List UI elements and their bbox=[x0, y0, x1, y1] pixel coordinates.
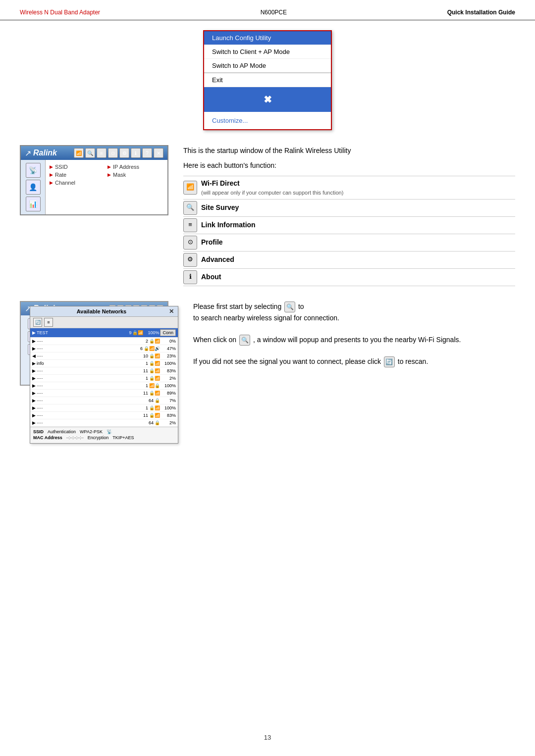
main-content: Launch Config Utility Switch to Client +… bbox=[0, 20, 535, 468]
net-signal-11: 83% bbox=[161, 413, 176, 418]
toolbar-btn-disc[interactable]: ⊙ bbox=[108, 148, 118, 158]
desc-select-to-word: to bbox=[298, 302, 304, 310]
context-menu-item-exit[interactable]: Exit bbox=[204, 73, 331, 87]
btn-icon-link-info: ≡ bbox=[183, 218, 197, 232]
field-arrow-ip: ▶ bbox=[107, 164, 111, 169]
network-row-6[interactable]: ▶ ····· 1 🔒📶 2% bbox=[30, 375, 178, 382]
net-name-7: ····· bbox=[37, 383, 145, 388]
btn-label-about: About bbox=[201, 271, 515, 282]
no-wifi-icon: ✖ bbox=[264, 94, 272, 105]
context-menu-item-client-ap[interactable]: Switch to Client + AP Mode bbox=[204, 45, 331, 59]
net-ch-11: 11 bbox=[143, 413, 148, 418]
net-signal-5: 83% bbox=[161, 368, 176, 373]
btn-label-main-link: Link Information bbox=[201, 219, 515, 230]
net-name-3: ····· bbox=[37, 353, 142, 358]
net-name-1: ····· bbox=[37, 339, 145, 344]
section-ralink-startup: ↗ Ralink 📶 🔍 ≡ ⊙ ⚙ ℹ ? ✕ bbox=[20, 145, 515, 286]
net-signal-12: 2% bbox=[161, 420, 176, 425]
ap-info-section: SSID Authentication WPA2-PSK 📡 MAC Addre… bbox=[30, 427, 178, 443]
net-cursor-10: ▶ bbox=[32, 405, 36, 410]
connect-btn-0[interactable]: Conn bbox=[160, 329, 176, 336]
context-menu-item-launch[interactable]: Launch Config Utility bbox=[204, 31, 331, 45]
btn-icon-advanced: ⚙ bbox=[183, 253, 197, 267]
net-signal-4: 100% bbox=[161, 361, 176, 366]
network-row-7[interactable]: ▶ ····· 1 📶🔒 100% bbox=[30, 382, 178, 390]
btn-label-main-wifi: Wi-Fi Direct bbox=[201, 178, 515, 189]
ralink-main-fields: ▶ SSID ▶ IP Address ▶ Rate ▶ bbox=[46, 160, 167, 214]
net-name-2: ····· bbox=[37, 346, 139, 351]
toolbar-btn-list[interactable]: ≡ bbox=[97, 148, 107, 158]
network-row-1[interactable]: ▶ ····· 2 🔒📶 0% bbox=[30, 338, 178, 345]
page-number: 13 bbox=[264, 734, 271, 741]
desc-select-to-text2: to search nearby wireless signal for con… bbox=[193, 314, 339, 322]
avail-toolbar-rescan[interactable]: 🔄 bbox=[33, 318, 42, 327]
network-row-0[interactable]: ▶ TEST 9 🔒📶 100% Conn bbox=[30, 328, 178, 338]
net-name-10: ····· bbox=[37, 405, 145, 410]
btn-fn-row-profile: ⊙ Profile bbox=[183, 234, 515, 252]
available-networks-window: Available Networks ✕ 🔄 ≡ ▶ TEST 9 🔒📶 100… bbox=[30, 306, 178, 444]
btn-label-main-about: About bbox=[201, 271, 515, 282]
context-menu-customize[interactable]: Customize... bbox=[204, 112, 331, 129]
net-icons-5: 🔒📶 bbox=[149, 368, 160, 373]
toolbar-btn-search[interactable]: 🔍 bbox=[85, 148, 95, 158]
net-ch-3: 10 bbox=[143, 353, 148, 358]
network-row-9[interactable]: ▶ ····· 64 🔒 7% bbox=[30, 397, 178, 404]
network-row-12[interactable]: ▶ ····· 64 🔒 2% bbox=[30, 419, 178, 427]
desc-select-to-text1: Please first start by selecting bbox=[193, 302, 281, 310]
net-signal-6: 2% bbox=[161, 376, 176, 381]
section-available-networks: ↗ Ralink 📶 🔍 ≡ ⊙ ⚙ ? ✕ 📡 bbox=[20, 301, 515, 444]
btn-label-main-advanced: Advanced bbox=[201, 254, 515, 265]
btn-label-main-profile: Profile bbox=[201, 237, 515, 248]
field-arrow-rate: ▶ bbox=[50, 172, 53, 177]
page-footer: 13 bbox=[0, 734, 535, 741]
ap-mac-label: MAC Address bbox=[33, 435, 62, 440]
page-header: Wireless N Dual Band Adapter N600PCE Qui… bbox=[0, 0, 535, 20]
net-icons-0: 🔒📶 bbox=[132, 330, 143, 335]
site-survey-inline-icon: 🔍 bbox=[284, 302, 295, 312]
btn-icon-site-survey: 🔍 bbox=[183, 201, 197, 215]
toolbar-btn-gear[interactable]: ⚙ bbox=[119, 148, 129, 158]
net-cursor-9: ▶ bbox=[32, 398, 36, 403]
btn-icon-about: ℹ bbox=[183, 270, 197, 284]
net-name-8: ····· bbox=[37, 391, 142, 396]
startup-description-col: This is the startup window of the Ralink… bbox=[183, 145, 515, 286]
network-row-2[interactable]: ▶ ····· 6 🔒📶🔊 47% bbox=[30, 345, 178, 353]
toolbar-btn-info[interactable]: ℹ bbox=[131, 148, 141, 158]
toolbar-btn-close[interactable]: ✕ bbox=[154, 148, 163, 158]
avail-close-btn[interactable]: ✕ bbox=[169, 308, 174, 315]
when-click-inline-icon: 🔍 bbox=[239, 335, 250, 346]
avail-toolbar-list[interactable]: ≡ bbox=[44, 318, 53, 327]
toolbar-btn-help[interactable]: ? bbox=[142, 148, 152, 158]
ralink-titlebar: ↗ Ralink 📶 🔍 ≡ ⊙ ⚙ ℹ ? ✕ bbox=[21, 146, 167, 160]
networks-list[interactable]: ▶ TEST 9 🔒📶 100% Conn ▶ ····· 2 🔒📶 0% bbox=[30, 328, 178, 427]
field-ip: ▶ IP Address bbox=[107, 164, 163, 170]
network-row-4[interactable]: ▶ info 1 🔒📶 100% bbox=[30, 360, 178, 367]
field-label-ssid: SSID bbox=[55, 164, 68, 170]
network-row-5[interactable]: ▶ ····· 11 🔒📶 83% bbox=[30, 367, 178, 375]
toolbar-btn-wifi[interactable]: 📶 bbox=[74, 148, 84, 158]
net-name-12: ····· bbox=[37, 420, 148, 425]
network-row-8[interactable]: ▶ ····· 11 🔒📶 89% bbox=[30, 390, 178, 397]
btn-fn-row-wifi-direct: 📶 Wi-Fi Direct (will appear only if your… bbox=[183, 176, 515, 200]
available-networks-col: ↗ Ralink 📶 🔍 ≡ ⊙ ⚙ ? ✕ 📡 bbox=[20, 301, 178, 444]
network-row-3[interactable]: ◀ ····· 10 🔒📶 23% bbox=[30, 353, 178, 360]
net-name-11: ····· bbox=[37, 413, 142, 418]
net-icons-8: 🔒📶 bbox=[149, 391, 160, 396]
net-icons-1: 🔒📶 bbox=[149, 339, 160, 344]
net-name-0: TEST bbox=[37, 330, 128, 335]
net-cursor-4: ▶ bbox=[32, 361, 36, 366]
btn-label-wifi-direct: Wi-Fi Direct (will appear only if your c… bbox=[201, 178, 515, 198]
net-signal-2: 47% bbox=[161, 346, 176, 351]
net-icons-7: 📶🔒 bbox=[149, 383, 160, 388]
net-name-6: ····· bbox=[37, 376, 145, 381]
ralink-logo-icon: ↗ bbox=[25, 149, 31, 158]
network-row-11[interactable]: ▶ ····· 11 🔒📶 83% bbox=[30, 412, 178, 419]
btn-label-advanced: Advanced bbox=[201, 254, 515, 265]
context-menu-item-ap[interactable]: Switch to AP Mode bbox=[204, 59, 331, 73]
field-mask: ▶ Mask bbox=[107, 172, 163, 178]
net-icons-6: 🔒📶 bbox=[149, 376, 160, 381]
startup-title: This is the startup window of the Ralink… bbox=[183, 145, 515, 157]
sidebar-icon-stats: 📊 bbox=[26, 197, 41, 211]
ralink-titlebar-btns: 📶 🔍 ≡ ⊙ ⚙ ℹ ? ✕ bbox=[74, 148, 163, 158]
network-row-10[interactable]: ▶ ····· 1 🔒📶 100% bbox=[30, 404, 178, 412]
